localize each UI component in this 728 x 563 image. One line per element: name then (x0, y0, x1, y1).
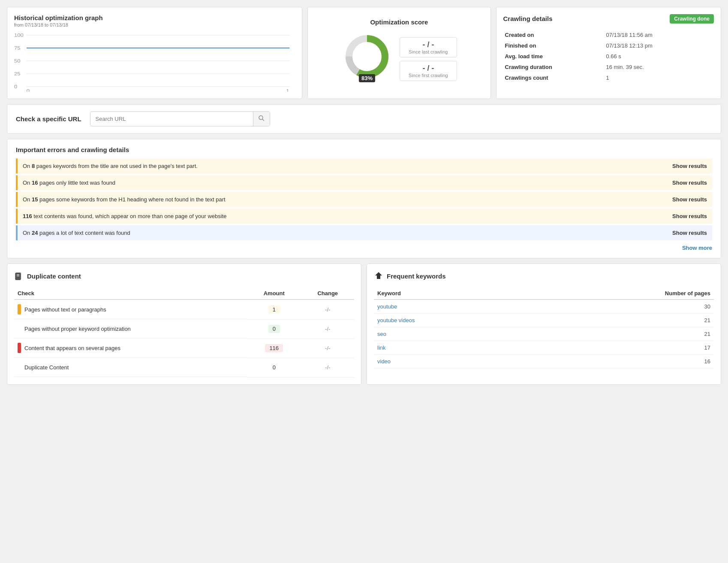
dup-change: -/- (301, 299, 354, 319)
svg-text:25: 25 (14, 72, 21, 76)
historical-subtitle: from 07/13/18 to 07/13/18 (14, 22, 295, 27)
show-results-link[interactable]: Show results (672, 230, 707, 236)
dup-check: Duplicate Content (14, 358, 247, 377)
crawl-label: Finished on (503, 40, 605, 51)
svg-text:75: 75 (14, 46, 21, 51)
search-url-input[interactable] (90, 112, 253, 126)
keyword-link[interactable]: link (374, 341, 530, 355)
dup-amount: 0 (247, 319, 301, 338)
svg-text:100: 100 (14, 33, 24, 38)
crawl-row: Crawlings count1 (503, 72, 714, 83)
bottom-row: Duplicate content Check Amount Change Pa… (7, 264, 721, 385)
crawl-table: Created on07/13/18 11:56 amFinished on07… (503, 30, 714, 83)
table-row: youtube 30 (374, 299, 714, 314)
svg-point-15 (259, 116, 263, 120)
chart-area: 100 75 50 25 0 0 1 (14, 32, 295, 92)
crawl-value: 16 min. 39 sec. (604, 62, 714, 72)
error-text: On 24 pages a lot of text content was fo… (23, 230, 668, 236)
crawl-label: Created on (503, 30, 605, 40)
freq-col-count: Number of pages (530, 287, 714, 299)
errors-card: Important errors and crawling details On… (7, 139, 721, 258)
error-text: On 16 pages only little text was found (23, 180, 668, 186)
error-row: On 24 pages a lot of text content was fo… (16, 225, 712, 240)
since-first-val: - / - (409, 64, 448, 73)
dup-table: Check Amount Change Pages without text o… (14, 287, 354, 377)
page-wrapper: Historical optimization graph from 07/13… (0, 0, 728, 563)
freq-icon (374, 271, 383, 282)
svg-line-16 (262, 119, 264, 121)
search-icon (259, 115, 265, 121)
keyword-link[interactable]: video (374, 355, 530, 368)
keyword-link[interactable]: seo (374, 327, 530, 341)
opt-title: Optimization score (370, 18, 428, 26)
dup-amount: 0 (247, 358, 301, 377)
keyword-count: 16 (530, 355, 714, 368)
crawl-title: Crawling details (503, 15, 553, 22)
since-first-box: - / - Since first crawling (400, 61, 457, 81)
keyword-link[interactable]: youtube (374, 299, 530, 314)
crawling-done-badge: Crawling done (670, 14, 714, 24)
optimization-score-card: Optimization score 83% - / - (307, 7, 490, 99)
crawl-row: Crawling duration16 min. 39 sec. (503, 62, 714, 72)
crawl-value: 07/13/18 11:56 am (604, 30, 714, 40)
donut-label: 83% (359, 74, 375, 82)
svg-rect-18 (15, 273, 21, 280)
crawl-label: Avg. load time (503, 51, 605, 62)
show-results-link[interactable]: Show results (672, 213, 707, 219)
table-row: seo 21 (374, 327, 714, 341)
crawl-header: Crawling details Crawling done (503, 14, 714, 24)
dup-check: Content that appears on several pages (14, 338, 247, 358)
search-url-wrapper (90, 111, 270, 126)
table-row: Pages without text or paragraphs 1 -/- (14, 299, 354, 319)
check-url-label: Check a specific URL (16, 115, 81, 123)
freq-title: Frequent keywords (387, 273, 446, 280)
error-rows-container: On 8 pages keywords from the title are n… (16, 159, 712, 240)
crawl-label: Crawlings count (503, 72, 605, 83)
dup-check: Pages without proper keyword optimizatio… (14, 319, 247, 338)
dup-indicator (18, 343, 21, 353)
search-url-button[interactable] (253, 112, 270, 126)
dup-change: -/- (301, 358, 354, 377)
score-boxes: - / - Since last crawling - / - Since fi… (400, 37, 457, 81)
error-row: 116 text contents was found, which appea… (16, 209, 712, 224)
keyword-link[interactable]: youtube videos (374, 314, 530, 327)
since-last-label: Since last crawling (409, 49, 448, 54)
error-text: On 15 pages some keywords from the H1 he… (23, 196, 668, 203)
svg-text:0: 0 (14, 84, 18, 89)
table-row: youtube videos 21 (374, 314, 714, 327)
since-first-label: Since first crawling (409, 73, 448, 78)
show-results-link[interactable]: Show results (672, 180, 707, 186)
dup-indicator (18, 304, 21, 314)
error-text: 116 text contents was found, which appea… (23, 213, 668, 219)
freq-col-keyword: Keyword (374, 287, 530, 299)
table-row: Duplicate Content 0 -/- (14, 358, 354, 377)
error-row: On 15 pages some keywords from the H1 he… (16, 192, 712, 207)
show-more-link[interactable]: Show more (682, 245, 712, 251)
dup-indicator (18, 362, 21, 372)
opt-inner: 83% - / - Since last crawling - / - Sinc… (341, 31, 457, 87)
historical-graph-card: Historical optimization graph from 07/13… (7, 7, 302, 99)
table-row: Content that appears on several pages 11… (14, 338, 354, 358)
dup-section-title: Duplicate content (14, 271, 354, 282)
show-results-link[interactable]: Show results (672, 163, 707, 169)
dup-col-change: Change (301, 287, 354, 299)
keyword-count: 17 (530, 341, 714, 355)
svg-text:0: 0 (27, 89, 30, 92)
dup-col-amount: Amount (247, 287, 301, 299)
dup-amount: 116 (247, 338, 301, 358)
freq-table: Keyword Number of pages youtube 30 youtu… (374, 287, 714, 368)
svg-text:1: 1 (286, 89, 289, 92)
show-results-link[interactable]: Show results (672, 196, 707, 203)
errors-title: Important errors and crawling details (16, 146, 712, 153)
error-row: On 8 pages keywords from the title are n… (16, 159, 712, 174)
duplicate-content-card: Duplicate content Check Amount Change Pa… (7, 264, 361, 385)
historical-title: Historical optimization graph (14, 14, 295, 21)
crawl-value: 0.66 s (604, 51, 714, 62)
show-more-row: Show more (16, 242, 712, 251)
dup-change: -/- (301, 319, 354, 338)
crawl-value: 1 (604, 72, 714, 83)
dup-check: Pages without text or paragraphs (14, 300, 247, 319)
freq-section-title: Frequent keywords (374, 271, 714, 282)
dup-indicator (18, 323, 21, 334)
table-row: Pages without proper keyword optimizatio… (14, 319, 354, 338)
